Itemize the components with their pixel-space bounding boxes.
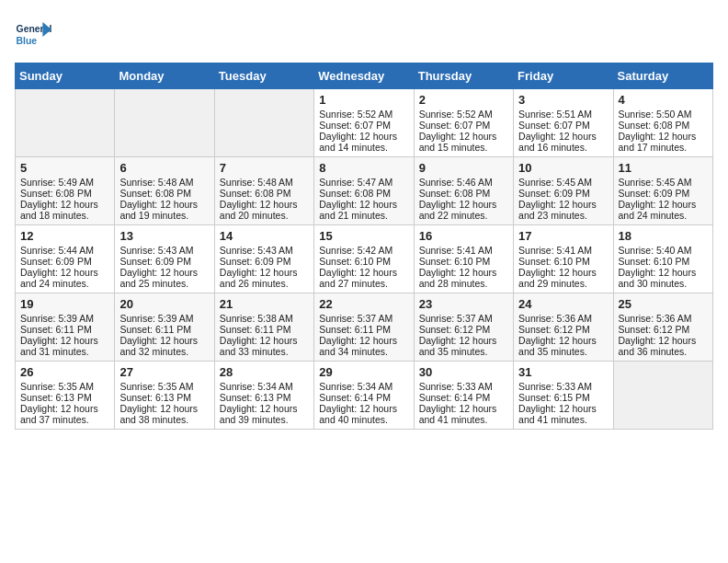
day-number: 10: [518, 161, 608, 175]
cell-info: Sunset: 6:10 PM: [518, 256, 608, 267]
cell-info: Daylight: 12 hours and 35 minutes.: [518, 335, 608, 357]
cell-info: Sunset: 6:14 PM: [319, 392, 408, 403]
day-number: 14: [220, 229, 309, 243]
calendar-cell: 27Sunrise: 5:35 AMSunset: 6:13 PMDayligh…: [115, 362, 214, 430]
calendar-cell: 16Sunrise: 5:41 AMSunset: 6:10 PMDayligh…: [414, 225, 513, 293]
cell-info: Sunset: 6:12 PM: [518, 324, 608, 335]
cell-info: Daylight: 12 hours and 30 minutes.: [619, 267, 708, 289]
cell-info: Daylight: 12 hours and 41 minutes.: [518, 403, 608, 425]
cell-info: Daylight: 12 hours and 21 minutes.: [319, 199, 408, 221]
day-number: 25: [619, 297, 708, 311]
day-number: 5: [20, 161, 109, 175]
cell-info: Sunrise: 5:52 AM: [319, 109, 408, 120]
calendar-cell: 20Sunrise: 5:39 AMSunset: 6:11 PMDayligh…: [115, 293, 214, 362]
cell-info: Sunset: 6:08 PM: [419, 188, 508, 199]
calendar-cell: 14Sunrise: 5:43 AMSunset: 6:09 PMDayligh…: [214, 225, 313, 293]
calendar-cell: 29Sunrise: 5:34 AMSunset: 6:14 PMDayligh…: [314, 362, 414, 430]
cell-info: Sunrise: 5:43 AM: [119, 245, 209, 256]
cell-info: Sunset: 6:09 PM: [119, 256, 209, 267]
logo: General Blue: [15, 15, 55, 52]
day-number: 15: [319, 229, 408, 243]
cell-info: Sunset: 6:09 PM: [619, 188, 708, 199]
page-header: General Blue: [15, 15, 713, 52]
cell-info: Daylight: 12 hours and 34 minutes.: [319, 335, 408, 357]
day-number: 28: [220, 365, 309, 379]
cell-info: Sunrise: 5:46 AM: [419, 177, 508, 188]
day-number: 6: [119, 161, 209, 175]
calendar-cell: 12Sunrise: 5:44 AMSunset: 6:09 PMDayligh…: [16, 225, 115, 293]
cell-info: Sunrise: 5:52 AM: [419, 109, 508, 120]
cell-info: Sunset: 6:08 PM: [20, 188, 109, 199]
week-row-2: 5Sunrise: 5:49 AMSunset: 6:08 PMDaylight…: [16, 157, 713, 225]
calendar-cell: [16, 89, 115, 157]
weekday-header-friday: Friday: [514, 63, 613, 89]
calendar-cell: 30Sunrise: 5:33 AMSunset: 6:14 PMDayligh…: [414, 362, 513, 430]
cell-info: Daylight: 12 hours and 35 minutes.: [419, 335, 508, 357]
cell-info: Daylight: 12 hours and 15 minutes.: [419, 131, 508, 153]
cell-info: Sunset: 6:10 PM: [619, 256, 708, 267]
cell-info: Daylight: 12 hours and 27 minutes.: [319, 267, 408, 289]
cell-info: Sunset: 6:07 PM: [319, 120, 408, 131]
cell-info: Sunrise: 5:48 AM: [220, 177, 309, 188]
cell-info: Sunrise: 5:41 AM: [419, 245, 508, 256]
cell-info: Daylight: 12 hours and 26 minutes.: [220, 267, 309, 289]
calendar-cell: 9Sunrise: 5:46 AMSunset: 6:08 PMDaylight…: [414, 157, 513, 225]
cell-info: Sunset: 6:07 PM: [419, 120, 508, 131]
cell-info: Daylight: 12 hours and 22 minutes.: [419, 199, 508, 221]
cell-info: Sunset: 6:11 PM: [220, 324, 309, 335]
cell-info: Sunset: 6:09 PM: [20, 256, 109, 267]
cell-info: Sunset: 6:08 PM: [319, 188, 408, 199]
cell-info: Daylight: 12 hours and 18 minutes.: [20, 199, 109, 221]
cell-info: Daylight: 12 hours and 41 minutes.: [419, 403, 508, 425]
week-row-3: 12Sunrise: 5:44 AMSunset: 6:09 PMDayligh…: [16, 225, 713, 293]
day-number: 21: [220, 297, 309, 311]
calendar-cell: 2Sunrise: 5:52 AMSunset: 6:07 PMDaylight…: [414, 89, 513, 157]
day-number: 20: [119, 297, 209, 311]
calendar-cell: 11Sunrise: 5:45 AMSunset: 6:09 PMDayligh…: [613, 157, 712, 225]
cell-info: Daylight: 12 hours and 38 minutes.: [119, 403, 209, 425]
cell-info: Daylight: 12 hours and 14 minutes.: [319, 131, 408, 153]
calendar-cell: 1Sunrise: 5:52 AMSunset: 6:07 PMDaylight…: [314, 89, 414, 157]
cell-info: Sunrise: 5:45 AM: [619, 177, 708, 188]
cell-info: Sunrise: 5:37 AM: [319, 313, 408, 324]
cell-info: Sunset: 6:11 PM: [20, 324, 109, 335]
day-number: 23: [419, 297, 508, 311]
cell-info: Daylight: 12 hours and 16 minutes.: [518, 131, 608, 153]
day-number: 3: [518, 93, 608, 107]
cell-info: Sunset: 6:13 PM: [20, 392, 109, 403]
cell-info: Sunrise: 5:51 AM: [518, 109, 608, 120]
cell-info: Daylight: 12 hours and 28 minutes.: [419, 267, 508, 289]
week-row-5: 26Sunrise: 5:35 AMSunset: 6:13 PMDayligh…: [16, 362, 713, 430]
cell-info: Sunrise: 5:37 AM: [419, 313, 508, 324]
calendar-cell: 3Sunrise: 5:51 AMSunset: 6:07 PMDaylight…: [514, 89, 613, 157]
calendar-cell: 22Sunrise: 5:37 AMSunset: 6:11 PMDayligh…: [314, 293, 414, 362]
day-number: 7: [220, 161, 309, 175]
cell-info: Sunset: 6:14 PM: [419, 392, 508, 403]
cell-info: Sunset: 6:15 PM: [518, 392, 608, 403]
cell-info: Sunset: 6:07 PM: [518, 120, 608, 131]
day-number: 1: [319, 93, 408, 107]
calendar-cell: 6Sunrise: 5:48 AMSunset: 6:08 PMDaylight…: [115, 157, 214, 225]
calendar-cell: 21Sunrise: 5:38 AMSunset: 6:11 PMDayligh…: [214, 293, 313, 362]
cell-info: Sunrise: 5:47 AM: [319, 177, 408, 188]
weekday-header-saturday: Saturday: [613, 63, 712, 89]
weekday-header-wednesday: Wednesday: [314, 63, 414, 89]
day-number: 27: [119, 365, 209, 379]
day-number: 8: [319, 161, 408, 175]
cell-info: Sunset: 6:11 PM: [319, 324, 408, 335]
cell-info: Sunrise: 5:50 AM: [619, 109, 708, 120]
day-number: 11: [619, 161, 708, 175]
cell-info: Sunrise: 5:35 AM: [119, 381, 209, 392]
cell-info: Sunrise: 5:39 AM: [119, 313, 209, 324]
cell-info: Sunrise: 5:44 AM: [20, 245, 109, 256]
week-row-4: 19Sunrise: 5:39 AMSunset: 6:11 PMDayligh…: [16, 293, 713, 362]
calendar-table: SundayMondayTuesdayWednesdayThursdayFrid…: [15, 63, 713, 430]
day-number: 19: [20, 297, 109, 311]
cell-info: Sunset: 6:10 PM: [319, 256, 408, 267]
calendar-cell: 17Sunrise: 5:41 AMSunset: 6:10 PMDayligh…: [514, 225, 613, 293]
calendar-cell: 5Sunrise: 5:49 AMSunset: 6:08 PMDaylight…: [16, 157, 115, 225]
calendar-cell: 8Sunrise: 5:47 AMSunset: 6:08 PMDaylight…: [314, 157, 414, 225]
cell-info: Sunrise: 5:42 AM: [319, 245, 408, 256]
calendar-cell: 31Sunrise: 5:33 AMSunset: 6:15 PMDayligh…: [514, 362, 613, 430]
calendar-cell: [613, 362, 712, 430]
